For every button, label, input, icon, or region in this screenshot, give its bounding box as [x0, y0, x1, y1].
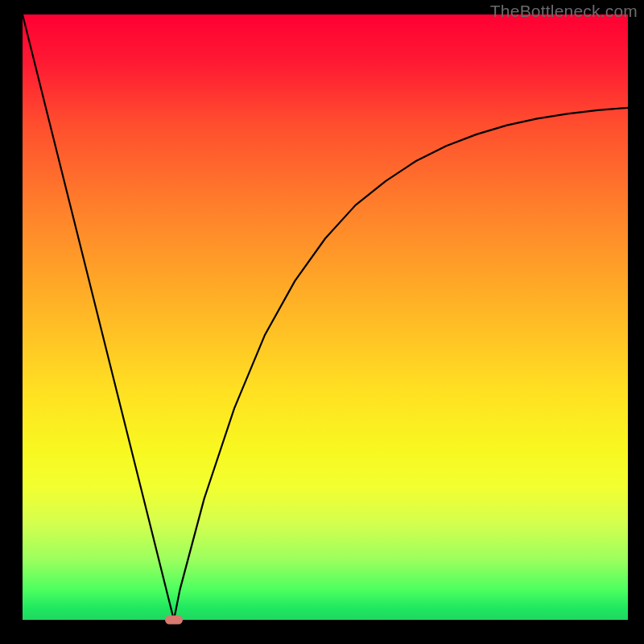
minimum-marker — [165, 616, 183, 625]
chart-frame: TheBottleneck.com — [0, 0, 644, 644]
bottleneck-curve — [23, 14, 628, 620]
plot-outer — [23, 14, 628, 620]
watermark-text: TheBottleneck.com — [490, 2, 638, 21]
